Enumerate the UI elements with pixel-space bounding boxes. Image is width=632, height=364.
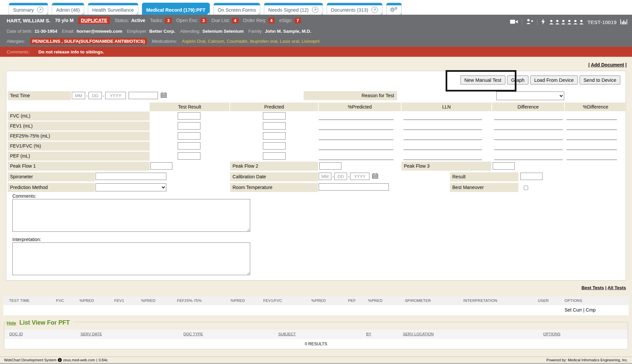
comments-textarea[interactable] <box>12 199 250 232</box>
blank-line <box>567 130 617 130</box>
chart-icon[interactable] <box>620 19 627 25</box>
calendar-icon[interactable] <box>161 92 167 99</box>
test-time-month-input[interactable] <box>72 92 85 99</box>
settings-gear-tab[interactable]: ⚙⚙ <box>386 3 402 15</box>
date-separator: - <box>332 174 334 179</box>
peak-flow-1-input[interactable] <box>150 162 172 170</box>
tab-admin[interactable]: Admin (46) <box>52 3 84 15</box>
pef-predicted-input[interactable] <box>263 152 286 160</box>
header-subject[interactable]: SUBJECT <box>278 332 296 336</box>
duplicate-flag[interactable]: DUPLICATE <box>78 17 110 24</box>
header-by[interactable]: BY <box>366 332 371 336</box>
family-label: Family: <box>248 29 263 34</box>
best-tests-link[interactable]: Best Tests <box>582 285 604 290</box>
fef2575-predicted-input[interactable] <box>263 132 286 140</box>
blank-line <box>319 120 393 120</box>
header-fvc: FVC <box>56 299 64 303</box>
pft-panel: New Manual Test Graph Load From Device S… <box>6 71 626 281</box>
add-person-icon[interactable] <box>526 19 533 25</box>
header-fev1fvc: FEV1/FVC <box>263 299 282 303</box>
cmp-link[interactable]: Cmp <box>586 307 596 313</box>
popout-icon[interactable] <box>371 6 378 13</box>
header-doc-id[interactable]: DOC ID <box>9 332 23 336</box>
tab-on-screen-forms[interactable]: On Screen Forms <box>213 3 260 15</box>
test-time-day-input[interactable] <box>89 92 102 99</box>
header-doc-type[interactable]: DOC TYPE <box>183 332 203 336</box>
blank-line <box>319 140 393 140</box>
fev1-predicted-input[interactable] <box>263 122 286 130</box>
calibration-month-input[interactable] <box>319 173 331 180</box>
room-temperature-label: Room Temperature <box>230 183 318 192</box>
info-icon[interactable]: i <box>58 358 62 362</box>
email-value: horner@mieweb.com <box>76 29 122 34</box>
header-pct-pred: %PRED <box>368 299 382 303</box>
peak-flow-2-input[interactable] <box>319 162 341 170</box>
tab-health-surveillance[interactable]: Health Surveillance <box>88 3 138 15</box>
order-req-badge[interactable]: 4 <box>268 18 275 23</box>
tasks-badge[interactable]: 3 <box>165 18 171 23</box>
tab-documents[interactable]: Documents (313) <box>327 3 382 15</box>
peak-flow-3-input[interactable] <box>493 162 515 170</box>
blank-line <box>567 150 617 150</box>
lightning-icon[interactable] <box>541 19 545 26</box>
load-from-device-button[interactable]: Load From Device <box>530 75 578 84</box>
blank-line <box>404 120 482 120</box>
pef-test-result-input[interactable] <box>178 152 200 160</box>
blank-line <box>404 130 482 130</box>
calibration-year-input[interactable] <box>350 173 369 180</box>
fev1-test-result-input[interactable] <box>178 122 200 130</box>
header-serv-date[interactable]: SERV DATE <box>81 332 102 336</box>
test-time-time-input[interactable] <box>129 92 158 99</box>
fef2575-test-result-input[interactable] <box>178 132 200 140</box>
date-separator: - <box>348 174 349 179</box>
row-label-fev1: FEV1 (mL) <box>8 122 150 131</box>
set-curr-link[interactable]: Set Curr <box>565 307 582 313</box>
popout-icon[interactable] <box>312 6 319 13</box>
blank-line <box>404 140 482 140</box>
patient-age-sex: 70 y/o M <box>55 18 73 23</box>
col-header-predicted: Predicted <box>230 103 318 111</box>
header-pct-pred: %PRED <box>230 299 245 303</box>
new-manual-test-button[interactable]: New Manual Test <box>460 75 505 84</box>
dob-label: Date of birth: <box>7 29 32 34</box>
tab-medical-record[interactable]: Medical Record (179):PFT <box>142 3 210 15</box>
best-maneuver-label: Best Maneuver <box>450 183 518 192</box>
fvc-predicted-input[interactable] <box>263 112 286 120</box>
medications-value: Aspirin Oral, Calcium, Coumadin, ibuprof… <box>182 39 319 44</box>
header-options[interactable]: OPTIONS <box>543 332 561 336</box>
add-document-link[interactable]: Add Document <box>591 62 624 67</box>
popout-icon[interactable] <box>37 6 44 13</box>
graph-button[interactable]: Graph <box>507 75 528 84</box>
test-time-year-input[interactable] <box>105 92 126 99</box>
calibration-day-input[interactable] <box>334 173 347 180</box>
best-maneuver-checkbox[interactable] <box>524 186 528 190</box>
spirometer-input[interactable] <box>96 173 166 180</box>
room-temperature-input[interactable] <box>319 183 389 191</box>
open-enc-badge[interactable]: 3 <box>200 18 207 23</box>
allergies-value[interactable]: PENICILLINS , SULFA(SULFONAMIDE ANTIBIOT… <box>30 38 147 45</box>
header-fev1: FEV1 <box>114 299 124 303</box>
due-list-badge[interactable]: 4 <box>232 18 238 23</box>
esign-badge[interactable]: 7 <box>295 18 301 23</box>
divider <box>522 19 522 25</box>
video-camera-icon[interactable] <box>510 19 518 25</box>
order-req-label: Order Req: <box>243 18 266 23</box>
all-tests-link[interactable]: All Tests <box>608 285 626 290</box>
result-input[interactable] <box>520 173 542 180</box>
fev1fvc-predicted-input[interactable] <box>263 142 286 150</box>
fvc-test-result-input[interactable] <box>178 112 200 120</box>
calendar-icon[interactable] <box>372 173 378 180</box>
hide-link[interactable]: Hide <box>7 321 16 326</box>
tab-needs-signed[interactable]: Needs Signed (12) <box>264 3 323 15</box>
tab-label: Health Surveillance <box>92 7 134 13</box>
tab-summary[interactable]: Summary <box>9 3 48 15</box>
fev1fvc-test-result-input[interactable] <box>178 142 200 150</box>
row-label-fef2575: FEF25%-75% (mL) <box>8 132 150 141</box>
send-to-device-button[interactable]: Send to Device <box>580 75 620 84</box>
header-serv-location[interactable]: SERV LOCATION <box>403 332 434 336</box>
col-header-pct-predicted: %Predicted <box>319 103 401 111</box>
employer-label: Employer: <box>127 29 147 34</box>
interpretation-textarea[interactable] <box>12 242 250 275</box>
prediction-method-select[interactable] <box>96 183 166 191</box>
reason-for-test-select[interactable] <box>496 92 564 100</box>
